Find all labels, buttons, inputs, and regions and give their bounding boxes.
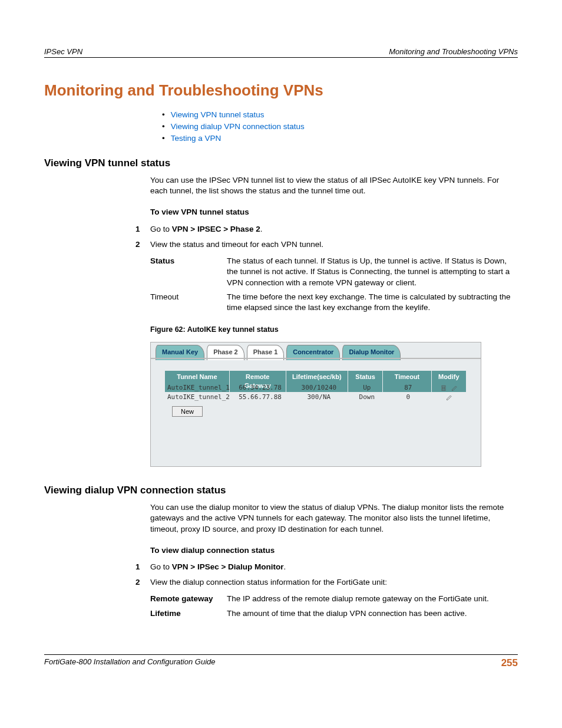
page-title: Monitoring and Troubleshooting VPNs [44,81,518,100]
cell-gateway: 55.66.77.88 [232,392,288,403]
cell-timeout: 0 [384,392,432,403]
edit-icon[interactable] [446,394,453,401]
step-text: View the status and timeout for each VPN… [150,239,323,250]
definition-term: Lifetime [150,608,227,619]
section-heading-dialup: Viewing dialup VPN connection status [44,485,518,496]
step-row: 2 View the dialup connection status info… [135,577,518,588]
definition-value: The time before the next key exchange. T… [227,292,518,313]
step-text: View the dialup connection status inform… [150,577,387,588]
step-number: 1 [135,562,150,572]
toc-link[interactable]: Viewing dialup VPN connection status [171,122,305,131]
cell-lifetime: 300/NA [288,392,349,403]
intro-paragraph: You can use the dialup monitor to view t… [150,502,518,535]
step-row: 2 View the status and timeout for each V… [135,239,518,250]
table-of-contents: •Viewing VPN tunnel status •Viewing dial… [162,110,518,143]
edit-icon[interactable] [451,384,458,391]
running-footer: FortiGate-800 Installation and Configura… [44,654,518,669]
bullet-icon: • [162,122,165,131]
definition-row: Timeout The time before the next key exc… [150,292,518,313]
cell-status: Down [350,392,384,403]
definition-table: Remote gateway The IP address of the rem… [150,594,518,618]
procedure-heading: To view dialup connection status [150,545,518,556]
definition-row: Status The status of each tunnel. If Sta… [150,256,518,288]
new-button[interactable]: New [172,406,203,417]
toc-link[interactable]: Testing a VPN [171,134,222,143]
step-number: 2 [135,577,150,588]
step-row: 1 Go to VPN > IPSEC > Phase 2. [135,224,518,235]
step-text: Go to VPN > IPSEC > Phase 2. [150,224,263,235]
screenshot-figure: Manual Key Phase 2 Phase 1 Concentrator … [150,342,481,467]
definition-term: Timeout [150,292,227,313]
definition-term: Remote gateway [150,594,227,604]
toc-item[interactable]: •Viewing VPN tunnel status [162,110,518,119]
header-right: Monitoring and Troubleshooting VPNs [389,47,518,56]
definition-value: The status of each tunnel. If Status is … [227,256,518,288]
step-row: 1 Go to VPN > IPSec > Dialup Monitor. [135,562,518,572]
definition-term: Status [150,256,227,288]
definition-table: Status The status of each tunnel. If Sta… [150,256,518,313]
toc-link[interactable]: Viewing VPN tunnel status [171,110,265,119]
intro-paragraph: You can use the IPSec VPN tunnel list to… [150,175,518,196]
page-number: 255 [501,657,518,669]
figure-caption: Figure 62: AutoIKE key tunnel status [150,325,518,335]
footer-title: FortiGate-800 Installation and Configura… [44,657,216,669]
procedure-heading: To view VPN tunnel status [150,207,518,218]
bullet-icon: • [162,134,165,143]
delete-icon[interactable] [440,384,447,391]
step-text: Go to VPN > IPSec > Dialup Monitor. [150,562,286,572]
header-left: IPSec VPN [44,47,82,56]
definition-row: Lifetime The amount of time that the dia… [150,608,518,619]
definition-value: The IP address of the remote dialup remo… [227,594,489,604]
section-heading-viewing-tunnel: Viewing VPN tunnel status [44,157,518,169]
definition-row: Remote gateway The IP address of the rem… [150,594,518,604]
definition-value: The amount of time that the dialup VPN c… [227,608,467,619]
running-header: IPSec VPN Monitoring and Troubleshooting… [44,47,518,58]
step-number: 1 [135,224,150,235]
step-number: 2 [135,239,150,250]
table-row: AutoIKE_tunnel_2 55.66.77.88 300/NA Down… [165,392,467,403]
divider [151,358,481,359]
bullet-icon: • [162,110,165,119]
toc-item[interactable]: •Viewing dialup VPN connection status [162,122,518,131]
section-body: You can use the IPSec VPN tunnel list to… [150,175,518,467]
cell-name: AutoIKE_tunnel_2 [165,392,232,403]
section-body: You can use the dialup monitor to view t… [150,502,518,619]
cell-modify [432,392,467,403]
toc-item[interactable]: •Testing a VPN [162,134,518,143]
